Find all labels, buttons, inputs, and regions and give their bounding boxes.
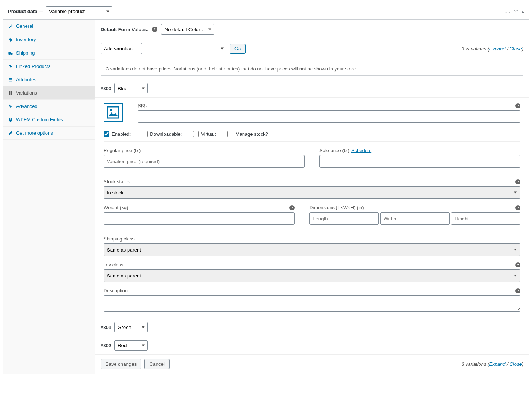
product-type-select[interactable]: Variable product xyxy=(46,6,112,16)
price-warning-notice: 3 variations do not have prices. Variati… xyxy=(101,62,523,76)
default-color-select[interactable]: No default Color… xyxy=(161,24,214,35)
tab-label: Linked Products xyxy=(16,63,50,69)
enabled-checkbox[interactable] xyxy=(104,131,109,137)
panel-toggle-icon[interactable]: ▴ xyxy=(522,8,524,15)
shipping-class-label: Shipping class xyxy=(104,236,135,242)
stock-status-select[interactable]: In stock xyxy=(104,186,520,199)
shipping-class-select[interactable]: Same as parent xyxy=(104,243,520,256)
help-icon[interactable]: ? xyxy=(515,179,520,184)
regular-price-input[interactable] xyxy=(104,155,305,168)
tab-general[interactable]: General xyxy=(3,20,95,33)
sku-label: SKU xyxy=(138,103,148,108)
panel-move-up-icon[interactable]: ︿ xyxy=(505,8,510,15)
truck-icon xyxy=(8,50,13,56)
variation-attribute-select[interactable]: Green xyxy=(114,322,148,332)
tab-linked-products[interactable]: Linked Products xyxy=(3,60,95,73)
length-input[interactable] xyxy=(309,212,379,225)
product-data-tabs: General Inventory Shipping Linked Produc… xyxy=(3,20,95,374)
help-icon[interactable]: ? xyxy=(515,288,520,293)
tax-class-select[interactable]: Same as parent xyxy=(104,269,520,282)
tab-wpfm[interactable]: WPFM Custom Fields xyxy=(3,113,95,127)
variation-attribute-select[interactable]: Red xyxy=(114,340,148,351)
tab-label: Get more options xyxy=(16,130,53,136)
stock-status-label: Stock status xyxy=(104,179,130,184)
regular-price-label: Regular price (b ) xyxy=(104,148,141,153)
width-input[interactable] xyxy=(380,212,450,225)
manage-stock-checkbox[interactable] xyxy=(227,131,233,137)
list-icon xyxy=(8,77,13,82)
variation-count-meta-footer: 3 variations (Expand / Close) xyxy=(462,361,523,367)
help-icon[interactable]: ? xyxy=(152,27,157,32)
variation-count-meta: 3 variations (Expand / Close) xyxy=(462,46,523,52)
sale-price-label: Sale price (b ) xyxy=(319,148,349,153)
variation-800-body: SKU? Enabled: Downloadable: Virtual: Man… xyxy=(95,98,529,318)
go-button[interactable]: Go xyxy=(230,44,246,54)
tab-label: Inventory xyxy=(16,37,36,42)
pencil-icon xyxy=(8,131,13,136)
expand-link[interactable]: Expand xyxy=(489,46,505,52)
tab-label: Variations xyxy=(16,90,37,96)
schedule-link[interactable]: Schedule xyxy=(351,148,371,153)
virtual-checkbox[interactable] xyxy=(193,131,199,137)
panel-title: Product data — xyxy=(8,9,43,14)
tab-attributes[interactable]: Attributes xyxy=(3,73,95,86)
variation-attribute-select[interactable]: Blue xyxy=(114,83,148,93)
wrench-icon xyxy=(8,24,13,29)
height-input[interactable] xyxy=(451,212,520,225)
panel-move-down-icon[interactable]: ﹀ xyxy=(513,8,519,15)
link-icon xyxy=(8,64,13,69)
svg-point-1 xyxy=(110,109,112,111)
variation-800-header: #800 Blue xyxy=(95,79,529,98)
help-icon[interactable]: ? xyxy=(515,103,520,108)
tab-shipping[interactable]: Shipping xyxy=(3,46,95,60)
close-link[interactable]: Close xyxy=(509,46,522,52)
tab-more-options[interactable]: Get more options xyxy=(3,127,95,140)
weight-label: Weight (kg) xyxy=(104,205,128,210)
tab-variations[interactable]: Variations xyxy=(3,86,95,100)
manage-stock-checkbox-label[interactable]: Manage stock? xyxy=(227,131,268,137)
variation-id: #802 xyxy=(101,343,111,348)
tab-label: Shipping xyxy=(16,50,35,56)
description-label: Description xyxy=(104,288,128,293)
help-icon[interactable]: ? xyxy=(515,262,520,267)
grid-icon xyxy=(8,91,13,96)
tab-label: General xyxy=(16,23,33,29)
downloadable-checkbox[interactable] xyxy=(142,131,148,137)
virtual-checkbox-label[interactable]: Virtual: xyxy=(193,131,216,137)
svg-rect-0 xyxy=(108,107,119,118)
product-data-panel: Product data — Variable product ︿ ﹀ ▴ Ge… xyxy=(3,3,529,374)
cube-icon xyxy=(8,117,13,122)
tab-label: Attributes xyxy=(16,77,36,82)
help-icon[interactable]: ? xyxy=(515,205,520,210)
downloadable-checkbox-label[interactable]: Downloadable: xyxy=(142,131,182,137)
description-textarea[interactable] xyxy=(104,295,520,312)
tax-class-label: Tax class xyxy=(104,262,123,267)
tab-inventory[interactable]: Inventory xyxy=(3,33,95,46)
enabled-checkbox-label[interactable]: Enabled: xyxy=(104,131,131,137)
cancel-button[interactable]: Cancel xyxy=(144,359,170,369)
save-changes-button[interactable]: Save changes xyxy=(101,359,141,369)
variation-801-header: #801 Green xyxy=(95,318,529,336)
variations-panel: Default Form Values: ? No default Color…… xyxy=(95,20,529,374)
variation-802-header: #802 Red xyxy=(95,336,529,355)
variation-id: #801 xyxy=(101,325,111,330)
panel-header: Product data — Variable product ︿ ﹀ ▴ xyxy=(3,3,529,20)
expand-link[interactable]: Expand xyxy=(489,361,505,367)
variation-action-select[interactable]: Add variation xyxy=(101,43,142,54)
tab-label: WPFM Custom Fields xyxy=(16,117,63,122)
tab-label: Advanced xyxy=(16,104,37,109)
variation-id: #800 xyxy=(101,86,111,91)
sale-price-input[interactable] xyxy=(319,155,520,168)
default-form-values-label: Default Form Values: xyxy=(101,27,148,32)
tag-icon xyxy=(8,37,13,42)
tab-advanced[interactable]: Advanced xyxy=(3,100,95,113)
help-icon[interactable]: ? xyxy=(289,205,295,210)
close-link[interactable]: Close xyxy=(509,361,522,367)
gear-icon xyxy=(8,104,13,109)
variation-image-upload[interactable] xyxy=(104,103,123,122)
sku-input[interactable] xyxy=(138,110,520,123)
dimensions-label: Dimensions (L×W×H) (in) xyxy=(309,205,364,210)
weight-input[interactable] xyxy=(104,212,295,225)
